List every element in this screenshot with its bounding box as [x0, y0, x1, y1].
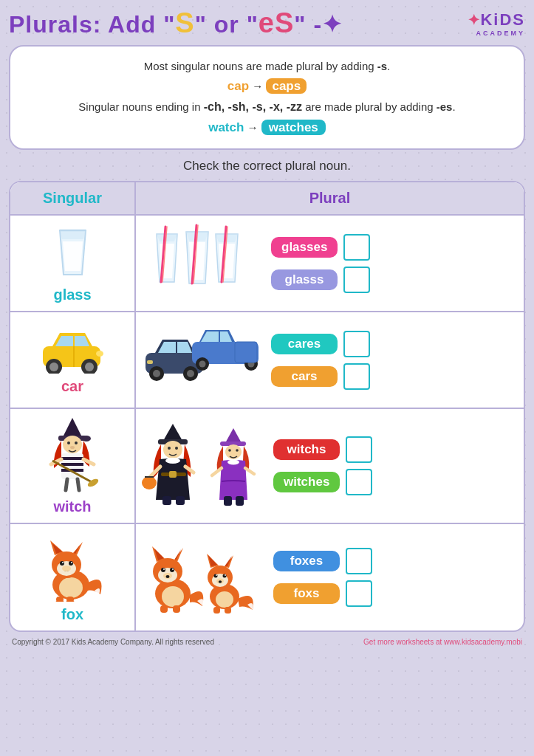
- svg-rect-57: [61, 463, 83, 466]
- svg-rect-47: [235, 342, 257, 362]
- rule-endings: -ch, -sh, -s, -x, -zz: [204, 100, 302, 113]
- option-cars-badge: cars: [271, 366, 338, 387]
- footer-cta: Get more worksheets at www.kidsacademy.m…: [363, 638, 522, 646]
- svg-point-81: [225, 444, 242, 459]
- svg-point-54: [70, 446, 75, 449]
- singular-label-car: car: [61, 378, 83, 395]
- svg-point-134: [225, 575, 226, 577]
- checkbox-cars[interactable]: [343, 363, 370, 390]
- svg-point-52: [67, 441, 70, 444]
- option-cares-badge: cares: [271, 334, 338, 354]
- rule-line2: cap → caps: [25, 76, 509, 97]
- svg-point-98: [69, 561, 73, 566]
- svg-line-86: [245, 468, 254, 474]
- checkbox-foxes[interactable]: [346, 548, 372, 574]
- option-row-glasses: glasses: [271, 234, 518, 261]
- checkbox-witchs[interactable]: [346, 436, 372, 463]
- singular-cell-car: car: [10, 312, 136, 408]
- svg-point-84: [227, 459, 239, 464]
- svg-marker-79: [225, 428, 242, 443]
- singular-cell-fox: fox: [10, 524, 136, 630]
- singular-cell-glass: glass: [10, 216, 136, 311]
- svg-point-69: [175, 447, 178, 450]
- header-singular: Singular: [10, 182, 136, 216]
- svg-rect-77: [162, 496, 171, 505]
- option-witchs-badge: witchs: [273, 439, 340, 460]
- svg-point-108: [162, 586, 184, 607]
- svg-line-64: [78, 479, 79, 490]
- checkbox-cares[interactable]: [343, 331, 370, 357]
- svg-point-115: [161, 568, 165, 572]
- rule-line4: watch → watches: [25, 117, 509, 139]
- option-witches-badge: witches: [273, 472, 340, 492]
- table-row: car: [10, 312, 524, 409]
- svg-point-131: [214, 574, 218, 578]
- svg-rect-122: [173, 605, 180, 613]
- watch-word: watch: [208, 120, 244, 134]
- witch-image: [45, 416, 100, 494]
- option-glasss-badge: glasss: [271, 269, 338, 290]
- svg-marker-48: [63, 418, 82, 437]
- foxes-image: [142, 536, 266, 619]
- witches-image: [142, 422, 266, 510]
- glasses-image: [142, 223, 264, 303]
- singular-cell-witch: witch: [10, 409, 136, 523]
- svg-point-35: [153, 370, 160, 377]
- logo-academy-text: ACADEMY: [476, 30, 525, 37]
- plural-cell-car: cares cars: [136, 312, 524, 408]
- rule-bold-s: -s: [377, 60, 387, 72]
- svg-marker-6: [157, 234, 177, 241]
- plural-cell-witch: witchs witches: [136, 409, 524, 523]
- rule-line1: Most singular nouns are made plural by a…: [25, 57, 509, 76]
- checkbox-glasss[interactable]: [343, 267, 370, 293]
- svg-point-132: [223, 574, 227, 578]
- svg-point-50: [82, 436, 91, 441]
- checkbox-glasses[interactable]: [343, 234, 370, 261]
- table-header: Singular Plural: [10, 182, 524, 216]
- svg-marker-1: [60, 230, 86, 239]
- svg-rect-137: [213, 607, 220, 614]
- table-row: witch: [10, 409, 524, 524]
- rule-line3: Singular nouns ending in -ch, -sh, -s, -…: [25, 97, 509, 117]
- svg-line-60: [83, 459, 94, 464]
- svg-line-85: [212, 468, 222, 475]
- watches-badge: watches: [261, 120, 326, 135]
- option-row-foxs: foxs: [273, 580, 518, 607]
- table-row: fox: [10, 524, 524, 630]
- svg-point-99: [62, 562, 64, 563]
- svg-rect-72: [169, 471, 177, 478]
- svg-point-116: [170, 568, 174, 572]
- title-s: S: [175, 7, 194, 38]
- fox-image: [43, 532, 102, 602]
- svg-point-118: [172, 568, 174, 570]
- svg-rect-78: [176, 496, 185, 505]
- option-row-glasss: glasss: [271, 267, 518, 293]
- svg-point-53: [75, 441, 78, 444]
- car-options: cares cars: [271, 331, 518, 390]
- checkbox-foxs[interactable]: [346, 580, 372, 607]
- table-row: glass: [10, 216, 524, 312]
- svg-rect-121: [160, 605, 168, 613]
- svg-marker-4: [63, 241, 83, 271]
- svg-rect-38: [147, 360, 153, 364]
- svg-point-62: [86, 478, 100, 489]
- fox-options: foxes foxs: [273, 548, 518, 607]
- svg-point-124: [216, 591, 233, 608]
- svg-point-102: [62, 566, 71, 571]
- option-foxs-badge: foxs: [273, 583, 340, 604]
- svg-marker-17: [219, 244, 235, 278]
- svg-point-100: [71, 562, 72, 563]
- header: Plurals: Add "S" or "eS" -✦ ✦ KiDS ACADE…: [9, 7, 525, 39]
- instruction-text: Check the correct plural noun.: [9, 159, 525, 173]
- option-foxes-badge: foxes: [273, 551, 340, 571]
- svg-marker-65: [163, 424, 182, 441]
- glass-image: [49, 223, 97, 282]
- arrow2: →: [247, 121, 261, 134]
- svg-point-90: [59, 577, 83, 598]
- cars-image: [142, 320, 264, 400]
- svg-marker-33: [177, 342, 192, 353]
- checkbox-witches[interactable]: [346, 469, 372, 495]
- singular-label-fox: fox: [61, 606, 83, 623]
- option-row-cares: cares: [271, 331, 518, 357]
- header-plural: Plural: [136, 182, 524, 216]
